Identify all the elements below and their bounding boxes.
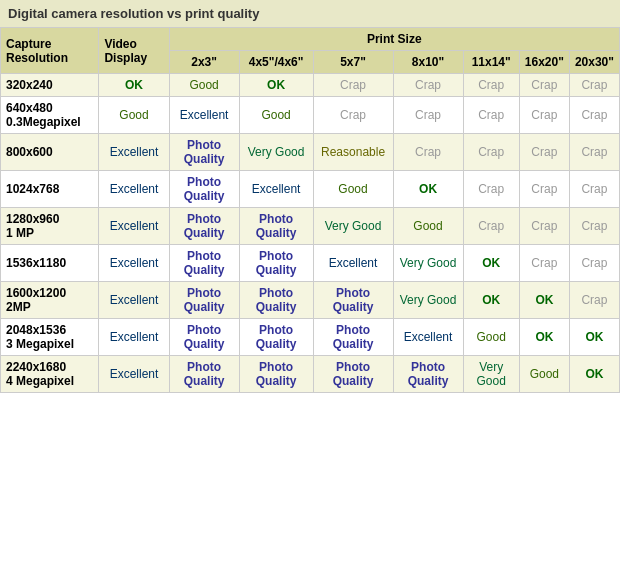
cell-resolution: 320x240: [1, 74, 99, 97]
cell-video: Excellent: [99, 282, 169, 319]
cell-quality: Crap: [393, 97, 463, 134]
header-size-3: 8x10": [393, 51, 463, 74]
cell-quality: Very Good: [393, 282, 463, 319]
cell-quality: Photo Quality: [239, 282, 313, 319]
cell-quality: Very Good: [393, 245, 463, 282]
cell-video: Excellent: [99, 134, 169, 171]
cell-quality: Photo Quality: [313, 319, 393, 356]
cell-quality: Photo Quality: [239, 208, 313, 245]
cell-video: Excellent: [99, 356, 169, 393]
cell-quality: Photo Quality: [169, 319, 239, 356]
table-row: 1280x960 1 MPExcellentPhoto QualityPhoto…: [1, 208, 620, 245]
cell-resolution: 2048x1536 3 Megapixel: [1, 319, 99, 356]
cell-quality: Good: [393, 208, 463, 245]
cell-quality: OK: [569, 356, 619, 393]
cell-resolution: 1024x768: [1, 171, 99, 208]
cell-quality: Crap: [569, 134, 619, 171]
cell-video: Excellent: [99, 171, 169, 208]
cell-quality: Crap: [569, 245, 619, 282]
cell-quality: Photo Quality: [239, 356, 313, 393]
header-size-2: 5x7": [313, 51, 393, 74]
cell-quality: Crap: [463, 171, 519, 208]
cell-quality: Photo Quality: [169, 134, 239, 171]
cell-quality: Crap: [313, 97, 393, 134]
cell-quality: OK: [393, 171, 463, 208]
cell-resolution: 800x600: [1, 134, 99, 171]
cell-video: Good: [99, 97, 169, 134]
cell-quality: Photo Quality: [239, 319, 313, 356]
cell-video: Excellent: [99, 319, 169, 356]
cell-video: OK: [99, 74, 169, 97]
cell-quality: Crap: [569, 74, 619, 97]
table-row: 2240x1680 4 MegapixelExcellentPhoto Qual…: [1, 356, 620, 393]
cell-video: Excellent: [99, 208, 169, 245]
cell-quality: Excellent: [393, 319, 463, 356]
table-row: 640x480 0.3MegapixelGoodExcellentGoodCra…: [1, 97, 620, 134]
cell-quality: Crap: [393, 134, 463, 171]
cell-quality: Good: [313, 171, 393, 208]
table-row: 800x600ExcellentPhoto QualityVery GoodRe…: [1, 134, 620, 171]
table-row: 2048x1536 3 MegapixelExcellentPhoto Qual…: [1, 319, 620, 356]
table-row: 320x240OKGoodOKCrapCrapCrapCrapCrap: [1, 74, 620, 97]
cell-quality: Photo Quality: [239, 245, 313, 282]
cell-resolution: 640x480 0.3Megapixel: [1, 97, 99, 134]
header-capture-resolution: Capture Resolution: [1, 28, 99, 74]
header-size-4: 11x14": [463, 51, 519, 74]
cell-quality: Crap: [519, 97, 569, 134]
header-size-5: 16x20": [519, 51, 569, 74]
header-video-display: Video Display: [99, 28, 169, 74]
cell-quality: Good: [239, 97, 313, 134]
header-size-1: 4x5"/4x6": [239, 51, 313, 74]
cell-quality: Crap: [519, 134, 569, 171]
cell-quality: OK: [239, 74, 313, 97]
cell-quality: Crap: [569, 208, 619, 245]
cell-quality: Excellent: [169, 97, 239, 134]
cell-resolution: 1280x960 1 MP: [1, 208, 99, 245]
cell-quality: OK: [463, 245, 519, 282]
cell-quality: Reasonable: [313, 134, 393, 171]
header-print-size: Print Size: [169, 28, 619, 51]
cell-quality: Crap: [519, 208, 569, 245]
cell-quality: OK: [569, 319, 619, 356]
table-row: 1600x1200 2MPExcellentPhoto QualityPhoto…: [1, 282, 620, 319]
cell-quality: Photo Quality: [169, 171, 239, 208]
cell-quality: Good: [169, 74, 239, 97]
cell-quality: Photo Quality: [393, 356, 463, 393]
cell-quality: Crap: [313, 74, 393, 97]
header-size-6: 20x30": [569, 51, 619, 74]
cell-quality: Very Good: [463, 356, 519, 393]
cell-quality: Good: [519, 356, 569, 393]
cell-quality: Photo Quality: [169, 208, 239, 245]
cell-quality: Photo Quality: [313, 356, 393, 393]
cell-quality: Good: [463, 319, 519, 356]
cell-quality: Crap: [519, 245, 569, 282]
quality-table: Capture Resolution Video Display Print S…: [0, 27, 620, 393]
table-title: Digital camera resolution vs print quali…: [0, 0, 620, 27]
cell-quality: Crap: [463, 97, 519, 134]
cell-quality: Photo Quality: [169, 245, 239, 282]
cell-video: Excellent: [99, 245, 169, 282]
cell-quality: Photo Quality: [169, 356, 239, 393]
cell-quality: Crap: [463, 134, 519, 171]
table-row: 1536x1180ExcellentPhoto QualityPhoto Qua…: [1, 245, 620, 282]
cell-quality: Crap: [569, 282, 619, 319]
cell-quality: Crap: [569, 171, 619, 208]
cell-quality: Crap: [393, 74, 463, 97]
cell-quality: Excellent: [239, 171, 313, 208]
cell-quality: Very Good: [239, 134, 313, 171]
cell-quality: OK: [519, 282, 569, 319]
cell-quality: OK: [519, 319, 569, 356]
cell-quality: OK: [463, 282, 519, 319]
cell-quality: Very Good: [313, 208, 393, 245]
cell-quality: Crap: [463, 74, 519, 97]
cell-quality: Crap: [569, 97, 619, 134]
cell-quality: Excellent: [313, 245, 393, 282]
cell-resolution: 2240x1680 4 Megapixel: [1, 356, 99, 393]
cell-quality: Crap: [463, 208, 519, 245]
cell-resolution: 1536x1180: [1, 245, 99, 282]
cell-quality: Photo Quality: [313, 282, 393, 319]
header-size-0: 2x3": [169, 51, 239, 74]
cell-quality: Photo Quality: [169, 282, 239, 319]
cell-resolution: 1600x1200 2MP: [1, 282, 99, 319]
cell-quality: Crap: [519, 74, 569, 97]
